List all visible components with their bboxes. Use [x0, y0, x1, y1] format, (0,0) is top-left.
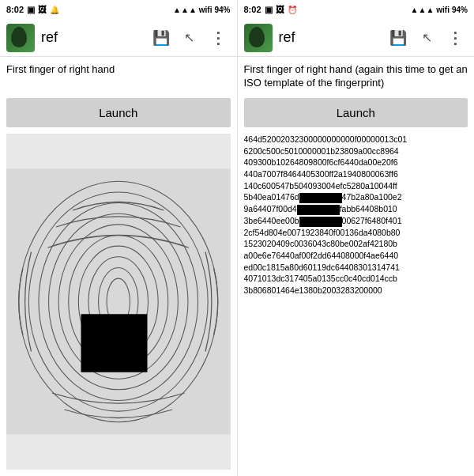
toolbar-title-right: ref	[279, 29, 380, 46]
status-bar-right: 8:02 ▣ 🖼 ⏰ ▲▲▲ wifi 94%	[237, 0, 475, 19]
content-area: First finger of right hand Launch	[0, 57, 474, 476]
status-bar-left: 8:02 ▣ 🖼 🔔 ▲▲▲ wifi 94%	[0, 0, 237, 19]
wifi-icon-left: wifi	[199, 6, 213, 14]
toolbar-actions-left: 💾 ↖ ⋮	[149, 25, 231, 51]
more-button-right[interactable]: ⋮	[442, 25, 468, 51]
more-button-left[interactable]: ⋮	[205, 25, 231, 51]
battery-left: 94%	[214, 6, 230, 14]
cursor-button-left[interactable]: ↖	[177, 25, 202, 51]
notif-icon-right: ▣	[265, 5, 273, 15]
signal-icon-right: ▲▲▲	[411, 6, 434, 14]
status-bars: 8:02 ▣ 🖼 🔔 ▲▲▲ wifi 94% 8:02 ▣ 🖼 ⏰ ▲▲▲ w…	[0, 0, 474, 19]
toolbar-title-left: ref	[41, 29, 142, 46]
status-right-right: ▲▲▲ wifi 94%	[411, 6, 468, 14]
save-button-left[interactable]: 💾	[149, 25, 174, 51]
redaction-box	[81, 314, 148, 372]
status-left-left: 8:02 ▣ 🖼 🔔	[6, 5, 59, 15]
more-icon-right: ⋮	[447, 28, 463, 47]
app-icon-right	[244, 24, 273, 52]
cursor-icon-left: ↖	[184, 30, 194, 45]
toolbar-left: ref 💾 ↖ ⋮	[0, 19, 237, 56]
toolbar-actions-right: 💾 ↖ ⋮	[386, 25, 468, 51]
volume-icon-left: 🔔	[50, 6, 59, 14]
panel-title-right: First finger of right hand (again this t…	[244, 63, 468, 92]
notif-icon-left: ▣	[27, 5, 35, 15]
more-icon-left: ⋮	[210, 28, 226, 47]
launch-button-left[interactable]: Launch	[6, 98, 231, 127]
hex-text: 464d52002032300000000000f00000013c016200…	[244, 134, 408, 295]
toolbars: ref 💾 ↖ ⋮ ref 💾 ↖ ⋮	[0, 19, 474, 57]
fingerprint-container	[6, 134, 231, 470]
panel-left: First finger of right hand Launch	[0, 57, 237, 476]
alarm-icon-right: ⏰	[288, 6, 297, 14]
time-right: 8:02	[244, 5, 261, 14]
save-icon-right: 💾	[389, 29, 407, 47]
app-icon-left	[6, 24, 35, 52]
wifi-icon-right: wifi	[436, 6, 450, 14]
photo-icon-left: 🖼	[38, 5, 47, 14]
signal-icon-left: ▲▲▲	[173, 6, 197, 14]
status-left-right: 8:02 ▣ 🖼 ⏰	[244, 5, 297, 15]
hex-data-area: 464d52002032300000000000f00000013c016200…	[244, 134, 468, 470]
svg-rect-0	[6, 169, 231, 435]
time-left: 8:02	[6, 5, 24, 14]
launch-button-right[interactable]: Launch	[244, 98, 468, 127]
panel-title-left: First finger of right hand	[6, 63, 231, 92]
photo-icon-right: 🖼	[276, 5, 284, 14]
fingerprint-svg	[6, 134, 231, 470]
toolbar-right: ref 💾 ↖ ⋮	[237, 19, 475, 56]
save-button-right[interactable]: 💾	[386, 25, 411, 51]
save-icon-left: 💾	[152, 29, 170, 47]
panel-right: First finger of right hand (again this t…	[237, 57, 475, 476]
status-right-left: ▲▲▲ wifi 94%	[173, 6, 230, 14]
battery-right: 94%	[452, 6, 468, 14]
cursor-button-right[interactable]: ↖	[414, 25, 439, 51]
cursor-icon-right: ↖	[422, 30, 432, 45]
